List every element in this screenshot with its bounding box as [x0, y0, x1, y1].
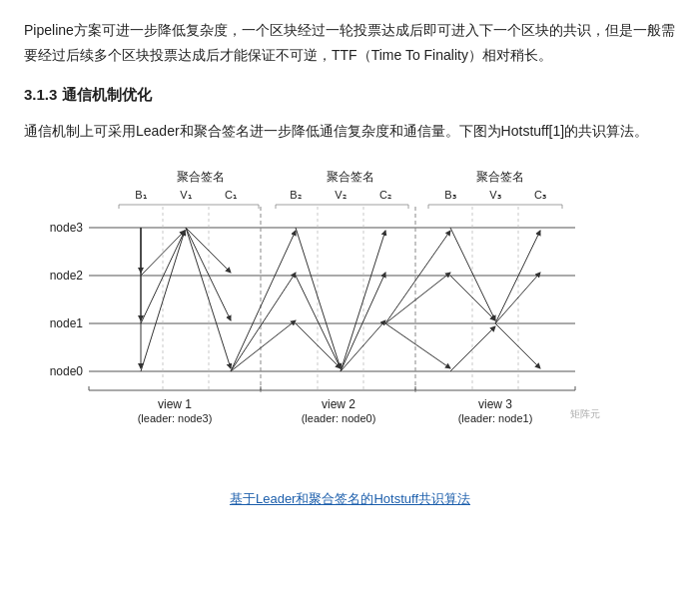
phase-c2: C₂	[379, 189, 391, 201]
node2-label: node2	[49, 269, 83, 283]
arrow-v2-n2-n0	[296, 276, 341, 368]
arrow-v3-n0-n1	[450, 326, 495, 371]
arrow-b3-n1-n3	[385, 231, 450, 323]
section-number: 3.1.3	[24, 86, 57, 103]
agg-sig-label-1: 聚合签名	[177, 170, 225, 184]
arrow-c3-n1-n2	[495, 273, 540, 323]
phase-b2: B₂	[290, 189, 301, 201]
phase-c1: C₁	[225, 189, 237, 201]
comm-paragraph: 通信机制上可采用Leader和聚合签名进一步降低通信复杂度和通信量。下图为Hot…	[24, 119, 676, 144]
arrow-v2-n3-n0	[296, 228, 341, 368]
watermark: 矩阵元	[570, 408, 600, 419]
node3-label: node3	[49, 221, 83, 235]
node0-label: node0	[49, 364, 83, 378]
arrow-c3-n1-n0	[495, 323, 540, 368]
arrow-b2-n0-n3	[231, 231, 296, 371]
arrow-v3-n2-n1	[450, 276, 495, 320]
view2-leader: (leader: node0)	[301, 412, 375, 424]
view3-label: view 3	[477, 397, 511, 411]
phase-v3: V₃	[489, 189, 500, 201]
agg-sig-label-2: 聚合签名	[327, 170, 374, 184]
phase-v2: V₂	[335, 189, 346, 201]
view1-label: view 1	[157, 397, 191, 411]
arrow-v3-n3-n1	[450, 228, 495, 320]
node1-label: node1	[49, 316, 83, 330]
diagram-caption[interactable]: 基于Leader和聚合签名的Hotstuff共识算法	[31, 490, 670, 508]
phase-c3: C₃	[534, 189, 546, 201]
arrow-b2-n0-n2	[231, 273, 296, 371]
hotstuff-diagram: 聚合签名 聚合签名 聚合签名 B₁ V₁ C₁ B₂ V₂ C₂ B₃ V₃ C…	[31, 163, 670, 482]
view2-label: view 2	[321, 397, 354, 411]
arrow-b3-n1-n0	[385, 323, 450, 368]
arrow-b2-n0-n1	[231, 320, 296, 371]
arrow-c3-n1-n3	[495, 231, 540, 323]
agg-sig-label-3: 聚合签名	[476, 170, 524, 184]
arrow-c1-n3-n1	[186, 228, 231, 320]
section-name: 通信机制优化	[62, 86, 152, 103]
arrow-v1-n0-n3	[141, 231, 185, 371]
section-title: 3.1.3 通信机制优化	[24, 86, 676, 105]
phase-b1: B₁	[135, 189, 146, 201]
phase-v1: V₁	[180, 189, 191, 201]
arrow-b3-n1-n2	[385, 273, 450, 323]
arrow-c2-n0-n2	[341, 273, 385, 371]
view1-leader: (leader: node3)	[137, 412, 212, 424]
arrow-c2-n0-n1	[341, 320, 385, 371]
view3-leader: (leader: node1)	[457, 412, 532, 424]
diagram-container: 聚合签名 聚合签名 聚合签名 B₁ V₁ C₁ B₂ V₂ C₂ B₃ V₃ C…	[31, 163, 670, 508]
phase-b3: B₃	[444, 189, 455, 201]
arrow-c2-n0-n3	[341, 231, 385, 371]
intro-paragraph: Pipeline方案可进一步降低复杂度，一个区块经过一轮投票达成后即可进入下一个…	[24, 18, 676, 68]
arrow-c1-n3-n0	[186, 228, 231, 368]
